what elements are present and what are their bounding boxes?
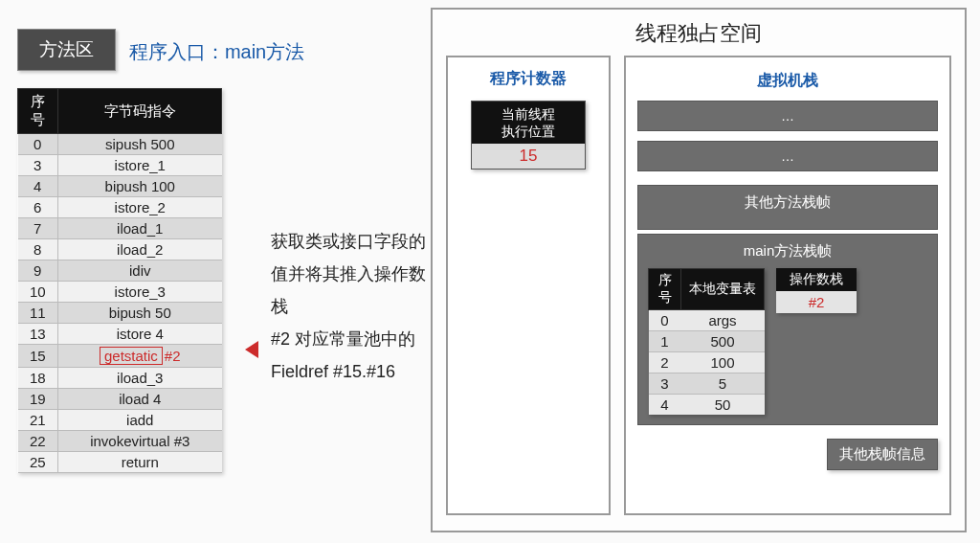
pc-current-value: 15 <box>472 144 585 169</box>
vm-stack-title: 虚拟机栈 <box>637 67 938 101</box>
bytecode-instruction: iload 4 <box>58 389 222 410</box>
lv-index: 3 <box>649 373 681 395</box>
lv-row: 0args <box>649 310 765 331</box>
bytecode-index: 21 <box>18 410 58 431</box>
bytecode-row: 13istore 4 <box>18 324 222 345</box>
bytecode-instruction: bipush 50 <box>58 303 222 324</box>
explain-line: 栈 <box>271 290 453 323</box>
instruction-explanation: 获取类或接口字段的 值并将其推入操作数 栈 #2 对应常量池中的 Fieldre… <box>271 225 453 388</box>
other-method-frame-title: 其他方法栈帧 <box>648 193 927 219</box>
lv-row: 450 <box>649 395 765 416</box>
bytecode-index: 3 <box>18 155 58 176</box>
explain-line: 获取类或接口字段的 <box>271 225 453 258</box>
bytecode-index: 7 <box>18 218 58 239</box>
bytecode-row: 15getstatic#2 <box>18 345 222 368</box>
bytecode-instruction: invokevirtual #3 <box>58 431 222 452</box>
method-area-label: 方法区 <box>17 29 116 71</box>
bytecode-instruction: return <box>58 452 222 473</box>
bytecode-row: 9idiv <box>18 260 222 282</box>
explain-line: Fieldref #15.#16 <box>271 355 453 388</box>
bytecode-instruction: iload_1 <box>58 218 222 239</box>
stack-ellipsis-bar: … <box>637 141 938 171</box>
bytecode-row: 0sipush 500 <box>18 134 222 155</box>
lv-row: 1500 <box>649 331 765 352</box>
bytecode-row: 4bipush 100 <box>18 176 222 197</box>
other-method-frame: 其他方法栈帧 <box>637 185 938 230</box>
bytecode-table: 序号 字节码指令 0sipush 5003istore_14bipush 100… <box>17 88 222 473</box>
bytecode-instruction: iload_3 <box>58 368 222 389</box>
stack-ellipsis-bar: … <box>637 101 938 131</box>
bytecode-header-instr: 字节码指令 <box>58 89 222 134</box>
lv-value: 500 <box>681 331 765 352</box>
bytecode-instruction: bipush 100 <box>58 176 222 197</box>
lv-index: 4 <box>649 395 681 416</box>
bytecode-instruction: istore_1 <box>58 155 222 176</box>
bytecode-header-index: 序号 <box>18 89 58 134</box>
lv-index: 1 <box>649 331 681 352</box>
bytecode-instruction: istore_3 <box>58 282 222 303</box>
bytecode-row: 18iload_3 <box>18 368 222 389</box>
bytecode-row: 19iload 4 <box>18 389 222 410</box>
lv-index: 0 <box>649 310 681 331</box>
lv-value: 50 <box>681 395 765 416</box>
operand-stack-header: 操作数栈 <box>776 268 857 291</box>
bytecode-instruction: sipush 500 <box>58 134 222 155</box>
bytecode-instruction: iload_2 <box>58 239 222 260</box>
bytecode-index: 4 <box>18 176 58 197</box>
other-frame-info-label: 其他栈帧信息 <box>827 439 938 470</box>
program-counter-title: 程序计数器 <box>448 57 609 101</box>
lv-value: args <box>681 310 765 331</box>
explain-line: 值并将其推入操作数 <box>271 258 453 290</box>
bytecode-row: 3istore_1 <box>18 155 222 176</box>
explain-line: #2 对应常量池中的 <box>271 323 453 355</box>
thread-area-title: 线程独占空间 <box>433 10 965 56</box>
lv-row: 2100 <box>649 352 765 373</box>
bytecode-index: 8 <box>18 239 58 260</box>
bytecode-instruction: idiv <box>58 260 222 282</box>
main-method-frame: main方法栈帧 序号 本地变量表 0args1500210035450 <box>637 234 938 425</box>
bytecode-row: 25return <box>18 452 222 473</box>
lv-value: 100 <box>681 352 765 373</box>
bytecode-index: 10 <box>18 282 58 303</box>
operand-row: #2 <box>776 291 857 313</box>
operand-value: #2 <box>776 291 857 313</box>
thread-exclusive-area: 线程独占空间 程序计数器 当前线程 执行位置 15 虚拟机栈 … … 其他方法栈… <box>431 8 967 532</box>
pc-current-label: 当前线程 执行位置 <box>472 102 585 144</box>
bytecode-index: 18 <box>18 368 58 389</box>
bytecode-row: 10istore_3 <box>18 282 222 303</box>
vm-stack-box: 虚拟机栈 … … 其他方法栈帧 main方法栈帧 序号 本地变量表 <box>624 56 951 515</box>
highlighted-instruction: getstatic <box>100 347 163 365</box>
bytecode-row: 21iadd <box>18 410 222 431</box>
bytecode-row: 6istore_2 <box>18 197 222 218</box>
lv-header-name: 本地变量表 <box>681 269 765 310</box>
current-instruction-pointer-icon <box>245 341 258 358</box>
local-variable-table: 序号 本地变量表 0args1500210035450 <box>648 268 765 415</box>
bytecode-index: 11 <box>18 303 58 324</box>
bytecode-index: 6 <box>18 197 58 218</box>
lv-index: 2 <box>649 352 681 373</box>
program-counter-box: 程序计数器 当前线程 执行位置 15 <box>446 56 611 515</box>
bytecode-index: 0 <box>18 134 58 155</box>
bytecode-index: 25 <box>18 452 58 473</box>
bytecode-instruction: istore_2 <box>58 197 222 218</box>
bytecode-row: 8iload_2 <box>18 239 222 260</box>
entry-point-label: 程序入口：main方法 <box>129 39 304 65</box>
lv-value: 5 <box>681 373 765 395</box>
bytecode-index: 9 <box>18 260 58 282</box>
bytecode-row: 22invokevirtual #3 <box>18 431 222 452</box>
lv-header-index: 序号 <box>649 269 681 310</box>
bytecode-instruction: istore 4 <box>58 324 222 345</box>
bytecode-index: 19 <box>18 389 58 410</box>
highlighted-operand: #2 <box>165 348 181 364</box>
bytecode-row: 11bipush 50 <box>18 303 222 324</box>
bytecode-instruction: getstatic#2 <box>58 345 222 368</box>
bytecode-index: 22 <box>18 431 58 452</box>
operand-stack-table: 操作数栈 #2 <box>776 268 857 313</box>
bytecode-instruction: iadd <box>58 410 222 431</box>
lv-row: 35 <box>649 373 765 395</box>
main-method-frame-title: main方法栈帧 <box>648 242 927 268</box>
bytecode-row: 7iload_1 <box>18 218 222 239</box>
bytecode-index: 13 <box>18 324 58 345</box>
bytecode-index: 15 <box>18 345 58 368</box>
